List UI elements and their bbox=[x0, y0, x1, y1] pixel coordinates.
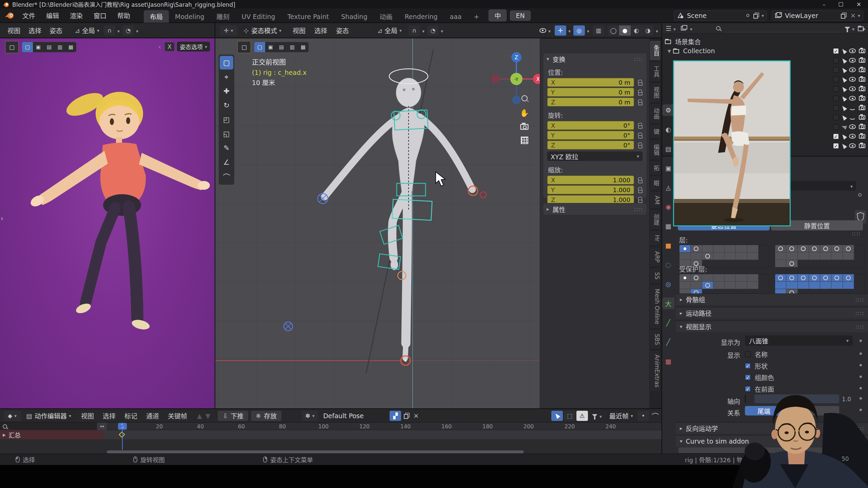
visibility-eye-icon[interactable] bbox=[849, 105, 856, 110]
workspace-tab[interactable]: 布局 bbox=[144, 10, 169, 23]
protected-layer-cell[interactable] bbox=[747, 282, 758, 289]
location-field[interactable]: Y0 m bbox=[547, 88, 634, 97]
lang-zh-button[interactable]: 中 bbox=[489, 9, 507, 21]
layer-cell[interactable] bbox=[809, 252, 820, 260]
expand-channels-icon[interactable]: ↔ bbox=[97, 423, 107, 430]
sidebar-tab[interactable]: ARP bbox=[649, 247, 661, 267]
selectable-icon[interactable] bbox=[841, 95, 847, 101]
push-down-button[interactable]: ⇩下推 bbox=[218, 411, 248, 421]
layer-cell[interactable] bbox=[786, 252, 797, 260]
sidebar-tab[interactable]: Hr bbox=[649, 230, 661, 246]
menu-item[interactable]: 关键帧 bbox=[163, 411, 192, 420]
layer-cell[interactable] bbox=[775, 252, 786, 260]
protected-layer-cell[interactable] bbox=[843, 282, 854, 289]
protected-layer-cell[interactable] bbox=[831, 282, 843, 289]
sidebar-tab[interactable]: SBS bbox=[649, 329, 661, 349]
editor-type-icon[interactable]: ◆ bbox=[4, 411, 21, 421]
checkbox-icon[interactable] bbox=[833, 58, 839, 63]
selectable-icon[interactable] bbox=[841, 124, 847, 129]
checkbox-icon[interactable] bbox=[833, 67, 839, 73]
proportional-edit-icon[interactable]: ◔ bbox=[122, 25, 134, 36]
display-as-dropdown[interactable]: 八面锥 bbox=[745, 336, 853, 346]
viewlayer-selector[interactable]: ViewLayer ✕ bbox=[772, 11, 863, 21]
checkbox[interactable] bbox=[745, 351, 751, 357]
proportional-toggle[interactable]: • bbox=[637, 411, 649, 421]
warning-toggle[interactable]: ⚠ bbox=[576, 411, 588, 421]
protected-layer-cell[interactable] bbox=[679, 274, 691, 282]
timeline-scrollbar[interactable] bbox=[107, 450, 524, 453]
left-viewport-canvas[interactable]: ▢ ▢▣▤▥▦ ‹ X 姿态选项 › bbox=[0, 38, 215, 408]
layer-cell[interactable] bbox=[702, 252, 713, 260]
stash-button[interactable]: ❄存放 bbox=[251, 411, 281, 421]
collection-row[interactable]: ▾ Collection bbox=[662, 46, 868, 56]
layer-cell[interactable] bbox=[702, 245, 713, 252]
menu-item[interactable]: 渲染 bbox=[64, 11, 88, 20]
visibility-eye-icon[interactable] bbox=[849, 134, 856, 139]
protected-layer-cell[interactable] bbox=[702, 274, 713, 282]
workspace-tab[interactable]: Texture Paint bbox=[281, 11, 335, 22]
menu-item[interactable]: 选择 bbox=[310, 26, 332, 35]
falloff-curve-icon[interactable]: ⌒ bbox=[652, 411, 659, 421]
properties-tab[interactable]: ╱ bbox=[662, 317, 674, 328]
menu-item[interactable]: 姿态 bbox=[45, 26, 66, 35]
filter-display-icon[interactable] bbox=[680, 25, 688, 32]
checkbox-icon[interactable] bbox=[833, 134, 839, 139]
editor-mode-dropdown[interactable]: ▤动作编辑器 bbox=[23, 410, 75, 422]
layer-cell[interactable] bbox=[725, 245, 736, 252]
render-camera-icon[interactable] bbox=[859, 125, 865, 129]
scale-field[interactable]: X1.000 bbox=[547, 176, 634, 184]
properties-tab[interactable]: ▣ bbox=[662, 162, 674, 174]
layer-cell[interactable] bbox=[798, 252, 809, 260]
layer-cell[interactable] bbox=[736, 252, 747, 260]
layer-cell[interactable] bbox=[831, 245, 843, 252]
layer-cell[interactable] bbox=[747, 252, 758, 260]
workspace-tab[interactable]: Modeling bbox=[169, 11, 210, 22]
checkbox-icon[interactable] bbox=[833, 77, 839, 82]
protected-layer-cell[interactable] bbox=[747, 274, 758, 282]
properties-tab[interactable]: ◎ bbox=[662, 278, 674, 290]
action-icon[interactable]: ✽ bbox=[301, 411, 318, 421]
lock-icon[interactable] bbox=[638, 92, 643, 96]
properties-tab[interactable]: ◌ bbox=[662, 259, 674, 270]
protected-layer-cell[interactable] bbox=[725, 282, 736, 289]
protected-layer-cell[interactable] bbox=[786, 274, 797, 282]
workspace-tab[interactable]: UV Editing bbox=[236, 11, 281, 22]
protected-layer-cell[interactable] bbox=[725, 274, 736, 282]
protected-layer-cell[interactable] bbox=[679, 282, 691, 289]
box-select-icon[interactable]: ⬚ bbox=[564, 411, 575, 421]
new-collection-icon[interactable] bbox=[858, 25, 865, 32]
sidebar-tab[interactable]: SS bbox=[649, 268, 661, 284]
editor-type-icon[interactable]: ✛ bbox=[220, 25, 237, 36]
selectable-icon[interactable] bbox=[841, 66, 847, 73]
layer-cell[interactable] bbox=[809, 245, 820, 252]
action-selector[interactable]: ✽ Default Pose ▞ ✕ bbox=[300, 411, 419, 421]
properties-tab[interactable]: ▩ bbox=[662, 355, 674, 367]
menu-item[interactable]: 文件 bbox=[17, 11, 41, 20]
protected-layer-cell[interactable] bbox=[736, 274, 747, 282]
selectable-icon[interactable] bbox=[841, 57, 847, 63]
render-camera-icon[interactable] bbox=[859, 96, 865, 101]
sidebar-tab[interactable]: AnimExtras bbox=[649, 350, 661, 392]
workspace-tab[interactable]: Shading bbox=[335, 11, 373, 22]
protected-layer-cell[interactable] bbox=[691, 282, 702, 289]
shading-wireframe-button[interactable]: ◯ bbox=[608, 25, 619, 36]
blender-logo-icon[interactable] bbox=[5, 12, 15, 19]
render-camera-icon[interactable] bbox=[859, 134, 865, 139]
protected-layer-cell[interactable] bbox=[831, 274, 843, 282]
scene-selector[interactable]: Scene bbox=[674, 11, 767, 21]
protected-layer-cell[interactable] bbox=[736, 282, 747, 289]
playhead[interactable] bbox=[122, 423, 123, 450]
copy-icon[interactable] bbox=[841, 13, 847, 19]
proportional-dropdown[interactable] bbox=[439, 27, 443, 34]
selectable-icon[interactable] bbox=[841, 133, 847, 139]
bone-groups-panel[interactable]: 骨骼组 bbox=[676, 293, 868, 305]
viewport-display-panel[interactable]: 视图显示 bbox=[676, 321, 868, 332]
motion-paths-panel[interactable]: 运动路径 bbox=[676, 307, 868, 319]
snap-dropdown[interactable] bbox=[420, 27, 425, 34]
visibility-eye-icon[interactable] bbox=[849, 86, 856, 91]
protected-layer-cell[interactable] bbox=[775, 274, 786, 282]
render-camera-icon[interactable] bbox=[859, 68, 865, 72]
sidebar-tab[interactable]: 眼 bbox=[649, 176, 661, 190]
menu-item[interactable]: 视图 bbox=[77, 411, 98, 420]
menu-item[interactable]: 编辑 bbox=[41, 11, 64, 20]
